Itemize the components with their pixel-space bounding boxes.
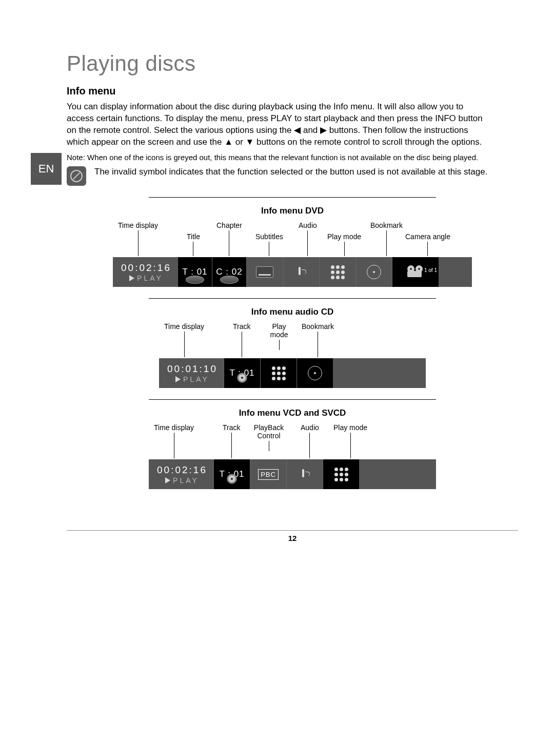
- disc-icon: [227, 474, 236, 484]
- vcd-title: Info menu VCD and SVCD: [149, 408, 436, 418]
- label-audio: Audio: [301, 423, 319, 432]
- label-title: Title: [187, 232, 200, 241]
- pbc-box: PBC: [258, 469, 279, 480]
- vcd-time: 00:02:16: [151, 464, 213, 476]
- page-number: 12: [67, 534, 518, 542]
- empty-cell: [359, 459, 436, 489]
- vcd-pbc-cell: PBC: [250, 459, 286, 489]
- label-time-display: Time display: [154, 423, 194, 432]
- label-bookmark: Bookmark: [370, 221, 403, 229]
- play-mode-icon: [272, 366, 286, 380]
- label-track: Track: [223, 423, 240, 432]
- disc-icon: [186, 276, 204, 284]
- vcd-track-cell: T : 01: [213, 459, 250, 489]
- cd-track-cell: T : 01: [224, 358, 260, 388]
- dvd-angle-cell: 1 of 1: [392, 257, 439, 287]
- label-time-display: Time display: [164, 322, 204, 331]
- bookmark-icon: [367, 265, 381, 279]
- dvd-playmode-cell: [319, 257, 355, 287]
- label-audio: Audio: [299, 221, 317, 229]
- label-play-mode: Play mode: [269, 322, 289, 339]
- invalid-note: The invalid symbol indicates that the fu…: [94, 166, 487, 178]
- arrow-up-icon: [265, 455, 271, 459]
- vcd-leaders: Time display Track PlayBack Control Audi…: [149, 423, 436, 459]
- cd-playmode-cell: [260, 358, 296, 388]
- vcd-audio-cell: [286, 459, 323, 489]
- disc-icon: [220, 276, 239, 284]
- dvd-audio-cell: [283, 257, 319, 287]
- divider: [149, 399, 436, 400]
- dvd-diagram: Info menu DVD Time display Title Chapter…: [113, 206, 472, 287]
- note-text: Note: When one of the icons is greyed ou…: [67, 152, 518, 163]
- bookmark-icon: [308, 366, 322, 380]
- cd-leaders: Time display Track Play mode Bookmark: [159, 322, 426, 358]
- divider: [149, 197, 436, 198]
- cd-info-bar: 00:01:10 PLAY T : 01: [159, 358, 426, 388]
- dvd-info-bar: 00:02:16 PLAY T : 01 C : 02 1 of 1: [113, 257, 472, 287]
- cd-bookmark-cell: [296, 358, 333, 388]
- cd-time: 00:01:10: [161, 363, 224, 375]
- play-icon: [175, 376, 181, 382]
- play-icon: [129, 275, 134, 281]
- play-icon: [165, 477, 170, 483]
- divider: [149, 298, 436, 299]
- label-pbc: PlayBack Control: [252, 423, 285, 440]
- label-track: Track: [233, 322, 250, 331]
- label-chapter: Chapter: [216, 221, 242, 229]
- label-bookmark: Bookmark: [302, 322, 334, 331]
- dvd-title: Info menu DVD: [113, 206, 472, 216]
- label-play-mode: Play mode: [333, 423, 367, 432]
- vcd-playmode-cell: [323, 459, 359, 489]
- intro-paragraph: You can display information about the di…: [67, 101, 492, 148]
- cd-title: Info menu audio CD: [159, 307, 426, 317]
- subtitles-icon: [256, 266, 273, 278]
- cd-diagram: Info menu audio CD Time display Track Pl…: [159, 307, 426, 388]
- dvd-leaders: Time display Title Chapter Subtitles Aud…: [113, 221, 472, 257]
- dvd-subtitles-cell: [246, 257, 283, 287]
- dvd-chapter-cell: C : 02: [212, 257, 246, 287]
- arrow-down-icon: [265, 489, 271, 493]
- audio-icon: [294, 265, 308, 279]
- label-camera-angle: Camera angle: [405, 232, 450, 241]
- label-play-mode: Play mode: [327, 232, 361, 241]
- invalid-symbol-icon: [67, 166, 86, 186]
- vcd-diagram: Info menu VCD and SVCD Time display Trac…: [149, 408, 436, 489]
- dvd-title-cell: T : 01: [177, 257, 212, 287]
- section-heading: Info menu: [67, 85, 518, 97]
- vcd-play-label: PLAY: [173, 476, 199, 484]
- page-title: Playing discs: [67, 51, 518, 76]
- label-time-display: Time display: [118, 221, 158, 229]
- play-mode-icon: [331, 265, 345, 279]
- dvd-bookmark-cell: [355, 257, 392, 287]
- label-subtitles: Subtitles: [255, 232, 283, 241]
- play-mode-icon: [334, 468, 348, 481]
- vcd-info-bar: 00:02:16 PLAY T : 01 PBC: [149, 459, 436, 489]
- camera-angle-icon: 1 of 1: [405, 265, 426, 279]
- audio-icon: [298, 467, 312, 481]
- disc-icon: [237, 373, 247, 383]
- cd-play-label: PLAY: [183, 375, 209, 383]
- empty-cell: [333, 358, 426, 388]
- dvd-time: 00:02:16: [115, 262, 177, 274]
- footer-rule: [67, 530, 518, 531]
- language-tab: EN: [31, 153, 62, 185]
- dvd-play-label: PLAY: [137, 274, 163, 282]
- dvd-angle-text: 1 of 1: [424, 267, 437, 273]
